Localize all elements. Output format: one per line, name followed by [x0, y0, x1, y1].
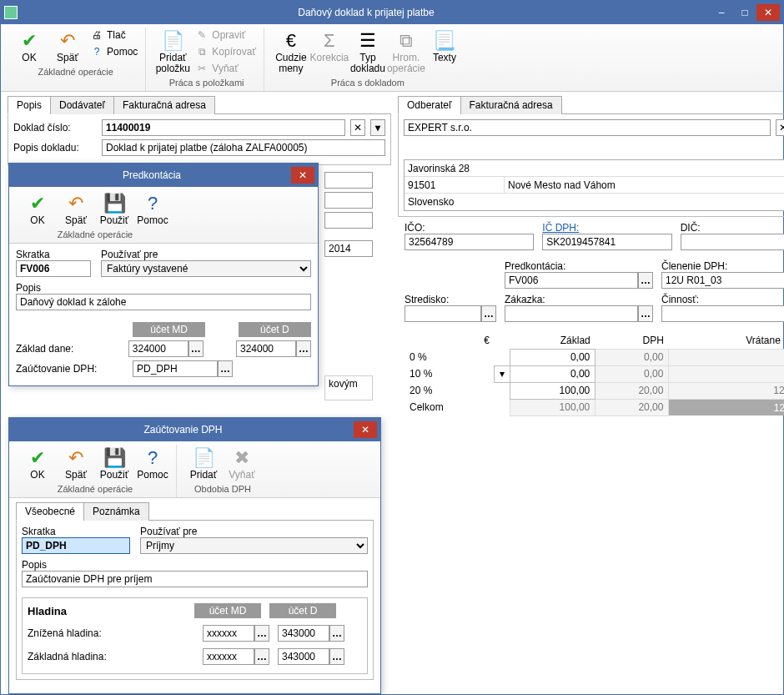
dph-apply-button[interactable]: 💾Použiť	[96, 445, 133, 482]
dph-skratka-input[interactable]	[22, 537, 130, 554]
aux-input-1[interactable]	[324, 172, 373, 189]
customer-country-input[interactable]	[405, 194, 784, 210]
maximize-button[interactable]: □	[733, 4, 756, 21]
tab-odberatel[interactable]: Odberateľ	[398, 96, 461, 114]
customer-name-input[interactable]	[404, 119, 771, 136]
close-button[interactable]: ✕	[756, 4, 780, 21]
dph-row-d-lookup[interactable]: …	[329, 648, 344, 665]
customer-zip-input[interactable]	[405, 177, 505, 194]
vat-10-dropdown[interactable]: ▾	[495, 365, 510, 382]
dic-input[interactable]	[681, 234, 784, 250]
save-icon: 💾	[103, 446, 126, 470]
cinnost-input[interactable]	[661, 305, 784, 322]
prekont-window: Predkontácia ✕ ✔OK ↶Späť 💾Použiť ?Pomoc …	[8, 163, 319, 386]
prekont-zaklad-md-input[interactable]	[128, 340, 188, 357]
predkont-input[interactable]	[505, 272, 638, 289]
year-input[interactable]	[324, 240, 373, 257]
remove-item-button[interactable]: ✂Vyňať	[193, 61, 259, 76]
vat-0-zaklad[interactable]: 0,00	[510, 349, 596, 365]
prekont-pouzivat-select[interactable]: Faktúry vystavené	[101, 260, 311, 277]
prekont-back-button[interactable]: ↶Späť	[58, 190, 94, 228]
tab-fakturacna-adresa[interactable]: Fakturačná adresa	[113, 96, 215, 114]
back-button[interactable]: ↶Späť	[49, 28, 86, 65]
doc-type-button[interactable]: ☰Typ dokladu	[349, 28, 386, 76]
dph-row-d-input[interactable]	[278, 648, 329, 665]
vat-20-zaklad[interactable]: 100,00	[510, 382, 596, 399]
zakazka-label: Zákazka:	[505, 294, 653, 305]
dph-remove-button[interactable]: ✖Vyňať	[224, 445, 260, 482]
prekont-apply-button[interactable]: 💾Použiť	[96, 190, 133, 228]
correction-button[interactable]: ΣKorekcia	[311, 28, 348, 65]
doc-number-input[interactable]	[102, 119, 345, 136]
prekont-close-button[interactable]: ✕	[291, 167, 314, 184]
hladina-label: Hladina	[28, 605, 194, 617]
edit-item-button[interactable]: ✎Opraviť	[193, 28, 259, 43]
back-arrow-icon: ↶	[56, 29, 79, 53]
dph-row-md-lookup[interactable]: …	[254, 648, 269, 665]
icdph-label-link[interactable]: IČ DPH:	[542, 222, 671, 234]
prekont-skratka-input[interactable]	[16, 260, 91, 277]
prekont-zaucdph-input[interactable]	[133, 360, 218, 377]
prekont-zaklad-d-lookup[interactable]: …	[296, 340, 311, 357]
doc-desc-label: Popis dokladu:	[13, 142, 97, 154]
minimize-button[interactable]: –	[710, 4, 733, 21]
main-ribbon: ✔OK ↶Späť 🖨Tlač ?Pomoc Základné operácie…	[1, 24, 783, 92]
dph-add-button[interactable]: 📄Pridať	[185, 445, 222, 482]
dph-row-md-input[interactable]	[203, 625, 254, 642]
batch-ops-button[interactable]: ⧉Hrom. operácie	[388, 28, 425, 76]
dph-popis-label: Popis	[22, 559, 368, 571]
tab-poznamka[interactable]: Poznámka	[83, 502, 149, 521]
prekont-popis-input[interactable]	[16, 294, 311, 310]
vat-10-zaklad[interactable]: 0,00	[510, 365, 596, 382]
aux-input-2[interactable]	[324, 192, 373, 209]
prekont-help-button[interactable]: ?Pomoc	[134, 190, 171, 228]
add-item-button[interactable]: 📄Pridať položku	[154, 28, 191, 76]
customer-city-input[interactable]	[505, 177, 784, 194]
prekont-ok-button[interactable]: ✔OK	[19, 190, 56, 228]
icdph-input[interactable]	[542, 234, 671, 250]
customer-street-input[interactable]	[405, 160, 784, 177]
dph-back-button[interactable]: ↶Späť	[58, 445, 94, 482]
tab-fakturacna-adresa-r[interactable]: Fakturačná adresa	[460, 96, 562, 114]
clear-customer-button[interactable]: ✕	[776, 119, 784, 136]
dph-close-button[interactable]: ✕	[354, 421, 377, 438]
doc-desc-input[interactable]	[102, 139, 385, 156]
texts-button[interactable]: 📃Texty	[426, 28, 463, 65]
prekont-zaklad-d-input[interactable]	[236, 340, 296, 357]
dph-row-md-input[interactable]	[203, 648, 254, 665]
dph-row-d-lookup[interactable]: …	[329, 625, 344, 642]
dph-window: Zaúčtovanie DPH ✕ ✔OK ↶Späť 💾Použiť ?Pom…	[8, 417, 381, 694]
dph-row-md-lookup[interactable]: …	[254, 625, 269, 642]
zakazka-input[interactable]	[505, 305, 638, 322]
aux-input-3[interactable]	[324, 212, 373, 229]
dph-popis-input[interactable]	[22, 571, 368, 587]
print-button[interactable]: 🖨Tlač	[88, 28, 140, 43]
vat-row-total: Celkom 100,00 20,00 120,00	[405, 399, 784, 415]
predkont-lookup-button[interactable]: …	[638, 272, 653, 289]
zakazka-lookup-button[interactable]: …	[638, 305, 653, 322]
tab-popis[interactable]: Popis	[8, 96, 51, 114]
ico-input[interactable]	[405, 234, 534, 250]
check-icon: ✔	[26, 192, 49, 215]
vat-total-vratane: 120,00	[669, 399, 784, 415]
doc-number-dropdown[interactable]: ▾	[370, 119, 385, 136]
ribbon-group-label: Základné operácie	[58, 228, 133, 241]
dph-row-d-input[interactable]	[278, 625, 329, 642]
ok-button[interactable]: ✔OK	[11, 28, 48, 65]
tab-dodavatel[interactable]: Dodávateľ	[50, 96, 114, 114]
clear-doc-number-button[interactable]: ✕	[350, 119, 365, 136]
dph-pouzivat-select[interactable]: Príjmy	[140, 537, 368, 554]
clenenie-input[interactable]	[661, 272, 784, 289]
printer-icon: 🖨	[90, 28, 103, 42]
foreign-currency-button[interactable]: €Cudzie meny	[273, 28, 309, 76]
dph-help-button[interactable]: ?Pomoc	[134, 445, 171, 482]
dph-ok-button[interactable]: ✔OK	[19, 445, 56, 482]
copy-item-button[interactable]: ⧉Kopírovať	[193, 44, 259, 59]
tab-vseobecne[interactable]: Všeobecné	[16, 502, 84, 521]
vat-20-dph: 20,00	[596, 382, 669, 399]
prekont-zaucdph-lookup[interactable]: …	[218, 360, 233, 377]
stredisko-lookup-button[interactable]: …	[481, 305, 496, 322]
prekont-zaklad-md-lookup[interactable]: …	[188, 340, 204, 357]
help-button[interactable]: ?Pomoc	[88, 44, 140, 59]
stredisko-input[interactable]	[405, 305, 481, 322]
